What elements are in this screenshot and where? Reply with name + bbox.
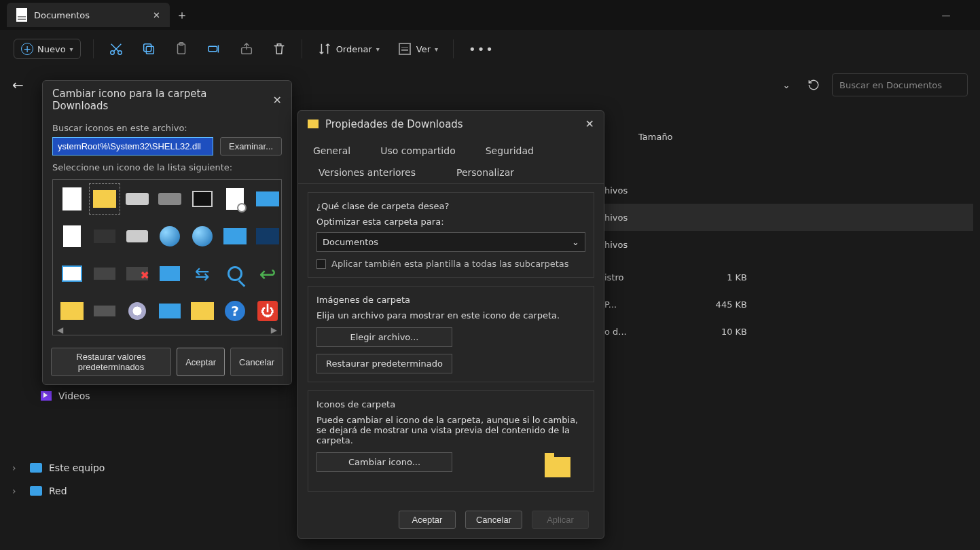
network-drive-icon[interactable] — [90, 221, 120, 251]
new-tab-button[interactable]: ＋ — [170, 3, 194, 27]
chevron-down-icon[interactable]: ⌄ — [778, 76, 795, 94]
undo-icon[interactable]: ↩ — [253, 259, 283, 289]
svg-rect-2 — [146, 46, 153, 54]
drive-icon[interactable] — [122, 184, 152, 214]
tab-customize[interactable]: Personalizar — [436, 162, 534, 183]
file-row[interactable]: istro 1 KB — [604, 263, 973, 291]
folder-icons-label: Iconos de carpeta — [316, 399, 585, 409]
drive-error-icon[interactable]: ✖ — [122, 259, 152, 289]
column-size-header[interactable]: Tamaño — [638, 132, 673, 142]
printer-icon[interactable] — [187, 184, 217, 214]
sort-icon — [317, 41, 332, 56]
file-icon[interactable] — [57, 184, 87, 214]
cd-icon[interactable] — [122, 296, 152, 326]
search-input[interactable]: Buscar en Documentos — [832, 73, 968, 96]
network-icon[interactable] — [187, 221, 217, 251]
optimize-select[interactable]: Documentos ⌄ — [316, 232, 585, 252]
close-icon[interactable]: ✕ — [153, 10, 160, 20]
file-row[interactable]: hivos — [604, 204, 973, 231]
window-minimize-button[interactable]: — — [932, 10, 960, 20]
chevron-down-icon: ⌄ — [572, 237, 579, 247]
file-clock-icon[interactable] — [220, 184, 250, 214]
monitor-icon[interactable] — [220, 221, 250, 251]
sort-button[interactable]: Ordenar ▾ — [314, 39, 382, 59]
file-row[interactable]: hivos — [604, 177, 973, 204]
chevron-down-icon: ▾ — [435, 45, 438, 53]
connect-icon[interactable]: ⇆ — [187, 259, 217, 289]
more-button[interactable]: ••• — [466, 39, 497, 59]
drive-icon[interactable] — [155, 184, 185, 214]
accept-button[interactable]: Aceptar — [399, 511, 456, 529]
horizontal-scrollbar[interactable]: ◀▶ — [57, 325, 277, 332]
folder-icon[interactable] — [57, 296, 87, 326]
cancel-button[interactable]: Cancelar — [465, 511, 522, 529]
tab-general[interactable]: General — [298, 140, 365, 162]
apply-button[interactable]: Aplicar — [532, 511, 589, 529]
close-icon[interactable]: ✕ — [273, 94, 282, 107]
sidebar-item-label: Este equipo — [49, 462, 105, 473]
calendar-folder-icon[interactable] — [187, 296, 217, 326]
folder-images-label: Imágenes de carpeta — [316, 295, 585, 305]
network-monitor-icon[interactable] — [155, 259, 185, 289]
icon-path-input[interactable] — [52, 137, 213, 155]
video-icon — [41, 391, 52, 401]
sidebar-item-red[interactable]: Red — [0, 479, 177, 502]
cd-drive-icon[interactable] — [122, 221, 152, 251]
tab-security[interactable]: Seguridad — [471, 140, 549, 162]
delete-button[interactable] — [269, 39, 289, 59]
browse-button[interactable]: Examinar... — [220, 137, 282, 155]
file-size: 445 KB — [686, 299, 747, 310]
restore-default-button[interactable]: Restaurar predeterminado — [316, 354, 452, 373]
apply-subfolders-label: Aplicar también esta plantilla a todas l… — [331, 259, 569, 269]
dialog-title: Cambiar icono para la carpeta Downloads — [52, 88, 266, 112]
dialog-titlebar[interactable]: Propiedades de Downloads ✕ — [298, 111, 604, 137]
copy-button[interactable] — [139, 39, 159, 59]
sidebar-item-videos[interactable]: Videos — [0, 384, 177, 407]
dialog-titlebar[interactable]: Cambiar icono para la carpeta Downloads … — [43, 81, 291, 119]
search-icon[interactable] — [220, 259, 250, 289]
close-icon[interactable]: ✕ — [585, 117, 594, 130]
globe-icon[interactable] — [155, 221, 185, 251]
icon-grid[interactable]: ✖ ⇆ ↩ ? ⏻ ◀▶ — [52, 179, 282, 335]
tab-versions[interactable]: Versiones anteriores — [298, 162, 436, 183]
text-file-icon[interactable] — [57, 221, 87, 251]
cut-button[interactable] — [106, 39, 126, 59]
file-name: istro — [604, 272, 686, 282]
folder-icon[interactable] — [90, 184, 120, 214]
cancel-button[interactable]: Cancelar — [230, 348, 283, 376]
file-row[interactable]: P... 445 KB — [604, 291, 973, 318]
restore-defaults-button[interactable]: Restaurar valores predeterminados — [51, 348, 171, 376]
help-icon[interactable]: ? — [220, 296, 250, 326]
folder-icons-fieldset: Iconos de carpeta Puede cambiar el icono… — [308, 390, 594, 492]
choose-file-button[interactable]: Elegir archivo... — [316, 327, 452, 347]
tab-sharing[interactable]: Uso compartido — [365, 140, 471, 162]
monitor-icon[interactable] — [155, 296, 185, 326]
optimize-for-label: Optimizar esta carpeta para: — [316, 217, 585, 227]
power-icon[interactable]: ⏻ — [253, 296, 283, 326]
tab-documentos[interactable]: Documentos ✕ — [7, 3, 170, 27]
new-button[interactable]: + Nuevo ▾ — [14, 39, 81, 59]
optimize-value: Documentos — [323, 237, 378, 247]
view-button[interactable]: Ver ▾ — [395, 39, 441, 59]
refresh-button[interactable] — [805, 76, 822, 94]
toolbar: + Nuevo ▾ Ordenar — [0, 30, 980, 68]
drive-icon[interactable] — [90, 296, 120, 326]
window-icon[interactable] — [57, 259, 87, 289]
apply-subfolders-checkbox[interactable]: Aplicar también esta plantilla a todas l… — [316, 259, 585, 269]
file-row[interactable]: o d... 10 KB — [604, 318, 973, 345]
back-button[interactable]: ← — [12, 77, 24, 93]
divider — [93, 39, 94, 58]
file-row[interactable]: hivos — [604, 231, 973, 258]
share-button[interactable] — [236, 39, 257, 59]
rename-button[interactable] — [204, 39, 224, 59]
run-icon[interactable] — [253, 184, 283, 214]
sidebar-item-este-equipo[interactable]: Este equipo — [0, 456, 177, 479]
window-tabbar: Documentos ✕ ＋ — — [0, 0, 980, 30]
divider — [302, 39, 302, 58]
change-icon-button[interactable]: Cambiar icono... — [316, 452, 452, 472]
file-size: 10 KB — [686, 327, 747, 337]
drive-icon[interactable] — [90, 259, 120, 289]
paste-button[interactable] — [171, 39, 192, 59]
screensaver-icon[interactable] — [253, 221, 283, 251]
accept-button[interactable]: Aceptar — [177, 348, 225, 376]
